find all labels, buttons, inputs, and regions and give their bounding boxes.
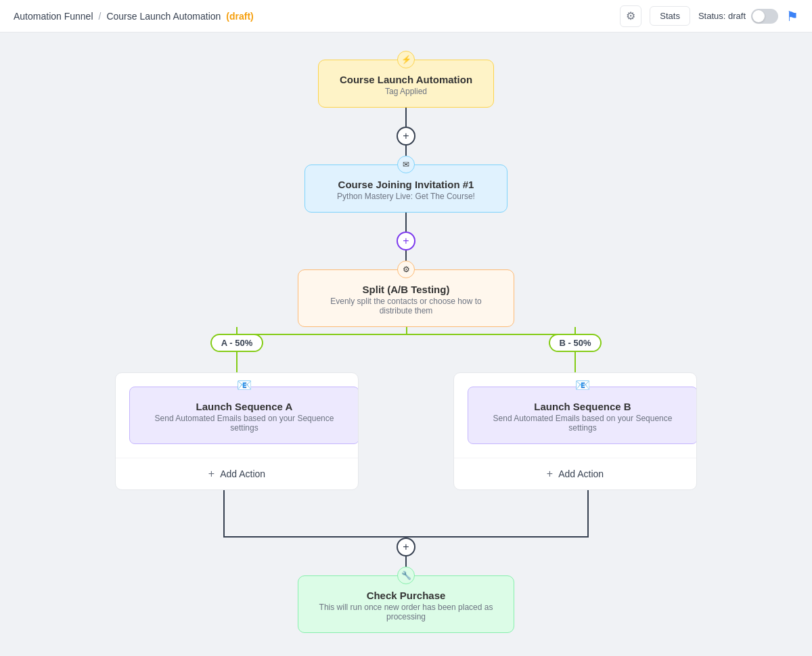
sequence-b-inner: 📧 Launch Sequence B Send Automated Email… — [454, 373, 696, 458]
branch-b: B - 50% 📧 Launch Sequence B Send Automat… — [453, 327, 697, 490]
app-header: Automation Funnel / Course Launch Automa… — [0, 0, 812, 32]
add-action-a-button[interactable]: + Add Action — [116, 458, 358, 489]
merge-left-vert — [223, 490, 225, 538]
sequence-b-description: Send Automated Emails based on your Sequ… — [482, 414, 683, 433]
merge-right-vert — [587, 490, 589, 538]
add-action-b-button[interactable]: + Add Action — [454, 458, 696, 489]
sequence-a-inner: 📧 Launch Sequence A Send Automated Email… — [116, 373, 358, 458]
add-action-a-label: Add Action — [220, 468, 265, 479]
connector-line-1 — [405, 108, 407, 127]
flag-icon[interactable]: ⚑ — [786, 8, 798, 24]
stats-button[interactable]: Stats — [650, 6, 690, 26]
split-horiz-left — [223, 334, 407, 335]
check-purchase-node[interactable]: 🔧 Check Purchase This will run once new … — [298, 575, 514, 633]
email-node[interactable]: ✉ Course Joining Invitation #1 Python Ma… — [304, 165, 508, 213]
split-down-line — [406, 327, 407, 334]
status-label: Status: draft — [698, 11, 746, 21]
settings-button[interactable]: ⚙ — [620, 5, 641, 27]
trigger-node-column: ⚡ Course Launch Automation Tag Applied + — [318, 60, 494, 165]
add-button-1[interactable]: + — [397, 127, 415, 146]
sequence-b-card[interactable]: 📧 Launch Sequence B Send Automated Email… — [453, 372, 697, 490]
add-button-3[interactable]: + — [397, 538, 415, 556]
sequence-a-icon: 📧 — [237, 378, 252, 393]
add-action-b-icon: + — [547, 468, 553, 480]
split-node-column: ⚙ Split (A/B Testing) Evenly split the c… — [298, 269, 514, 327]
email-icon: ✉ — [397, 156, 415, 173]
split-subtitle: Evenly split the contacts or choose how … — [315, 297, 497, 315]
trigger-subtitle: Tag Applied — [335, 87, 477, 96]
split-title: Split (A/B Testing) — [315, 284, 497, 295]
breadcrumb-draft-badge: (draft) — [226, 11, 253, 22]
breadcrumb-automation-funnel[interactable]: Automation Funnel — [14, 11, 93, 22]
automation-canvas: ⚡ Course Launch Automation Tag Applied +… — [0, 32, 812, 656]
email-subtitle: Python Mastery Live: Get The Course! — [321, 192, 491, 201]
branch-a-lower-line — [236, 352, 238, 372]
status-area: Status: draft — [698, 9, 778, 24]
sequence-a-card[interactable]: 📧 Launch Sequence A Send Automated Email… — [115, 372, 359, 490]
add-action-b-label: Add Action — [558, 468, 604, 479]
split-icon: ⚙ — [397, 261, 415, 278]
sequence-b-title: Launch Sequence B — [482, 401, 683, 412]
trigger-node[interactable]: ⚡ Course Launch Automation Tag Applied — [318, 60, 494, 108]
header-actions: ⚙ Stats Status: draft ⚑ — [620, 5, 798, 27]
branch-b-top-line — [574, 327, 576, 334]
check-purchase-subtitle: This will run once new order has been pl… — [315, 603, 497, 621]
branch-a: A - 50% 📧 Launch Sequence A Send Automat… — [115, 327, 359, 490]
branch-b-label[interactable]: B - 50% — [549, 334, 602, 352]
add-button-2[interactable]: + — [397, 232, 415, 250]
merge-area — [115, 490, 697, 538]
breadcrumb-current-page: Course Launch Automation — [106, 11, 221, 22]
breadcrumb-separator: / — [99, 11, 102, 22]
branch-b-lower-line — [574, 352, 576, 372]
merge-horiz — [223, 536, 589, 538]
check-purchase-column: 🔧 Check Purchase This will run once new … — [298, 575, 514, 633]
add-action-a-icon: + — [208, 468, 215, 480]
sequence-a-description: Send Automated Emails based on your Sequ… — [143, 414, 345, 433]
branches-container: A - 50% 📧 Launch Sequence A Send Automat… — [115, 327, 697, 490]
branch-a-label[interactable]: A - 50% — [210, 334, 263, 352]
split-node[interactable]: ⚙ Split (A/B Testing) Evenly split the c… — [298, 269, 514, 327]
check-purchase-title: Check Purchase — [315, 590, 497, 601]
sequence-b-icon: 📧 — [575, 378, 590, 393]
sequence-b-node[interactable]: 📧 Launch Sequence B Send Automated Email… — [468, 387, 697, 444]
branch-a-top-line — [236, 327, 238, 334]
connector-line-3 — [405, 213, 407, 232]
trigger-icon: ⚡ — [397, 51, 415, 68]
email-title: Course Joining Invitation #1 — [321, 179, 491, 190]
check-purchase-icon: 🔧 — [397, 567, 415, 584]
sequence-a-node[interactable]: 📧 Launch Sequence A Send Automated Email… — [129, 387, 359, 444]
status-toggle[interactable] — [751, 9, 778, 24]
trigger-title: Course Launch Automation — [335, 74, 477, 85]
sequence-a-title: Launch Sequence A — [143, 401, 345, 412]
breadcrumb: Automation Funnel / Course Launch Automa… — [14, 11, 254, 22]
email-node-column: ✉ Course Joining Invitation #1 Python Ma… — [304, 165, 508, 269]
split-horiz-right — [406, 334, 590, 335]
